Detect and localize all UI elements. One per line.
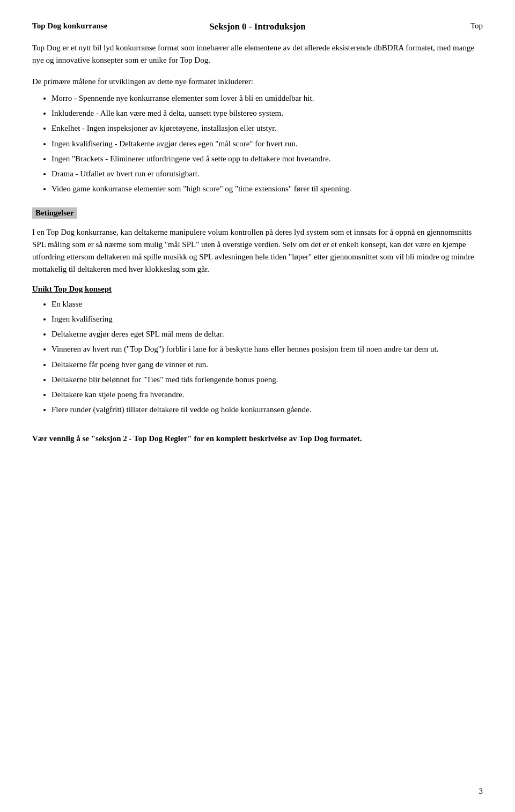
intro-paragraph: Top Dog er et nytt bil lyd konkurranse f… (32, 42, 483, 67)
section-title: Seksjon 0 - Introduksjon (145, 21, 370, 32)
unikt-list: En klasse Ingen kvalifisering Deltakerne… (52, 298, 483, 416)
list-item: Drama - Utfallet av hvert run er uforuts… (52, 168, 483, 180)
betingelser-heading: Betingelser (32, 207, 77, 219)
primary-goals-list: Morro - Spennende nye konkurranse elemen… (52, 92, 483, 196)
top-dog-heading: Top Dog konkurranse (32, 21, 145, 31)
list-item: Deltakerne avgjør deres eget SPL mål men… (52, 328, 483, 340)
list-item: Vinneren av hvert run ("Top Dog") forbli… (52, 343, 483, 355)
footer-text-content: Vær vennlig å se "seksjon 2 - Top Dog Re… (32, 434, 362, 443)
list-item: Enkelhet - Ingen inspeksjoner av kjøretø… (52, 122, 483, 135)
list-item: Morro - Spennende nye konkurranse elemen… (52, 92, 483, 105)
list-item: Deltakerne får poeng hver gang de vinner… (52, 359, 483, 371)
page-header: Top Dog konkurranse Seksjon 0 - Introduk… (32, 21, 483, 32)
list-item: Flere runder (valgfritt) tillater deltak… (52, 404, 483, 416)
footer-text: Vær vennlig å se "seksjon 2 - Top Dog Re… (32, 433, 483, 445)
list-item: En klasse (52, 298, 483, 310)
betingelser-paragraph: I en Top Dog konkurranse, kan deltakerne… (32, 226, 483, 276)
page: Top Dog konkurranse Seksjon 0 - Introduk… (0, 0, 515, 812)
unikt-heading: Unikt Top Dog konsept (32, 285, 112, 293)
page-number: 3 (479, 787, 483, 796)
list-item: Deltakerne blir belønnet for "Ties" med … (52, 374, 483, 386)
top-link-text[interactable]: Top (470, 21, 483, 30)
list-item: Video game konkurranse elementer som "hi… (52, 183, 483, 195)
primary-goals-intro: De primære målene for utviklingen av det… (32, 76, 483, 88)
list-item: Deltakere kan stjele poeng fra hverandre… (52, 389, 483, 401)
betingelser-section: Betingelser I en Top Dog konkurranse, ka… (32, 202, 483, 276)
list-item: Ingen kvalifisering - Deltakerne avgjør … (52, 138, 483, 150)
list-item: Ingen "Brackets - Eliminerer utfordringe… (52, 153, 483, 165)
list-item: Ingen kvalifisering (52, 313, 483, 325)
top-link[interactable]: Top (370, 21, 483, 31)
unikt-section: Unikt Top Dog konsept En klasse Ingen kv… (32, 285, 483, 416)
list-item: Inkluderende - Alle kan være med å delta… (52, 107, 483, 120)
